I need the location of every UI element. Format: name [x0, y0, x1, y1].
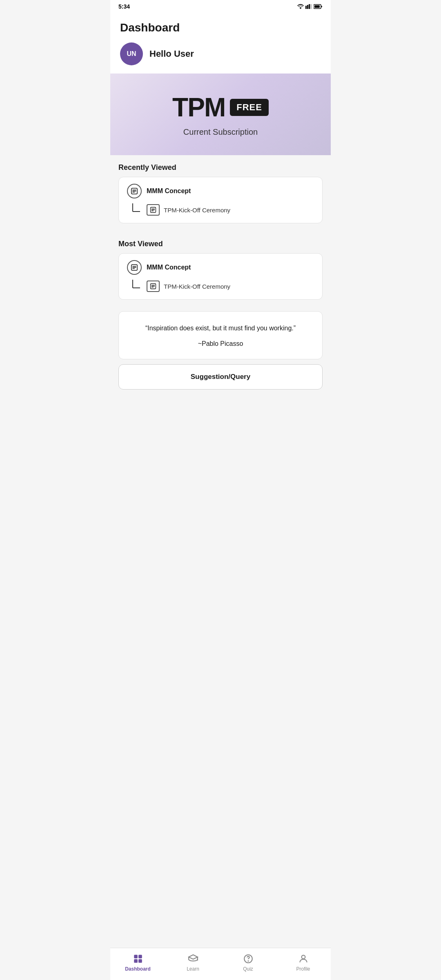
svg-rect-0 [305, 6, 307, 9]
subscription-banner: TPM FREE Current Subscription [110, 74, 331, 155]
main-content: Dashboard UN Hello User TPM FREE Current… [110, 13, 331, 439]
avatar: UN [120, 42, 143, 65]
svg-point-32 [248, 961, 248, 961]
lesson-row: TPM-Kick-Off Ceremony [127, 203, 314, 216]
tree-line [130, 280, 147, 293]
svg-rect-2 [309, 4, 310, 9]
svg-rect-3 [310, 4, 312, 9]
svg-rect-28 [134, 959, 138, 963]
bottom-nav: Dashboard Learn Quiz Pr [110, 948, 331, 980]
status-bar: 5:34 [110, 0, 331, 13]
recently-viewed-card[interactable]: MMM Concept TPM-Kick [118, 177, 323, 223]
tree-line [130, 203, 147, 216]
product-name: TPM [172, 92, 225, 122]
suggestion-button[interactable]: Suggestion/Query [118, 364, 323, 390]
concept-icon [127, 184, 142, 198]
greeting-text: Hello User [149, 49, 194, 59]
recently-viewed-section: Recently Viewed MMM Concept [110, 155, 331, 232]
dashboard-icon [132, 953, 144, 964]
svg-point-33 [301, 955, 305, 959]
concept-icon [127, 260, 142, 275]
quote-card: “Inspiration does exist, but it must fin… [118, 311, 323, 359]
most-viewed-card[interactable]: MMM Concept TPM-Kick [118, 253, 323, 300]
most-viewed-section: Most Viewed MMM Concept [110, 232, 331, 308]
subscription-subtitle: Current Subscription [183, 127, 258, 137]
svg-rect-5 [314, 5, 320, 8]
profile-icon [298, 953, 309, 964]
concept-row: MMM Concept [127, 184, 314, 198]
recently-viewed-concept-name: MMM Concept [147, 187, 191, 195]
quiz-icon [243, 953, 254, 964]
nav-item-profile[interactable]: Profile [276, 951, 331, 973]
most-viewed-concept-name: MMM Concept [147, 264, 191, 271]
lesson-row: TPM-Kick-Off Ceremony [127, 280, 314, 293]
most-viewed-lesson-name: TPM-Kick-Off Ceremony [164, 283, 230, 290]
status-time: 5:34 [118, 3, 130, 10]
svg-rect-26 [134, 955, 138, 958]
nav-item-dashboard[interactable]: Dashboard [110, 951, 165, 973]
status-icons [297, 4, 323, 9]
quote-author: ~Pablo Picasso [129, 340, 312, 347]
recently-viewed-title: Recently Viewed [118, 163, 323, 172]
page-title: Dashboard [120, 21, 321, 34]
lesson-icon [147, 204, 160, 216]
nav-label-dashboard: Dashboard [125, 966, 151, 972]
lesson-icon [147, 281, 160, 292]
subscription-title-row: TPM FREE [172, 92, 269, 122]
recently-viewed-lesson-name: TPM-Kick-Off Ceremony [164, 207, 230, 214]
svg-rect-29 [138, 959, 142, 963]
concept-row: MMM Concept [127, 260, 314, 275]
nav-item-quiz[interactable]: Quiz [220, 951, 276, 973]
svg-rect-27 [138, 955, 142, 958]
user-greeting: UN Hello User [120, 42, 321, 65]
header: Dashboard UN Hello User [110, 13, 331, 74]
plan-badge: FREE [230, 99, 269, 116]
quote-text: “Inspiration does exist, but it must fin… [129, 323, 312, 334]
nav-label-profile: Profile [296, 966, 310, 972]
nav-label-quiz: Quiz [243, 966, 253, 972]
nav-label-learn: Learn [187, 966, 199, 972]
svg-rect-1 [307, 5, 308, 9]
most-viewed-title: Most Viewed [118, 240, 323, 248]
learn-icon [187, 953, 199, 964]
nav-item-learn[interactable]: Learn [165, 951, 220, 973]
